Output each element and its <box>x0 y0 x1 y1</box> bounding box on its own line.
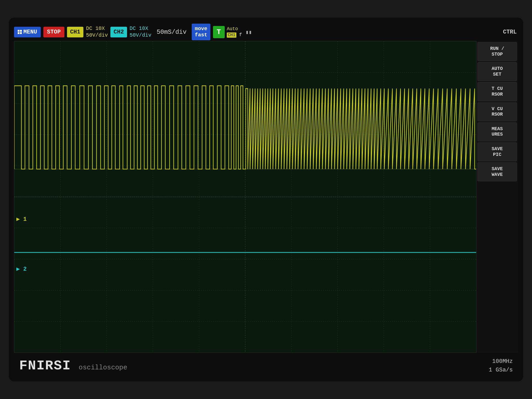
trigger-mode: Auto <box>227 26 238 31</box>
ch2-mode: DC 10X <box>130 25 151 32</box>
run-stop-button[interactable]: RUN / STOP <box>477 42 517 61</box>
battery-icon: ▮▮ <box>245 29 252 35</box>
trigger-button[interactable]: T <box>213 26 225 38</box>
brand-area: FNIRSI oscilloscope <box>19 358 127 374</box>
spec-frequency: 100MHz <box>489 357 513 366</box>
measures-label-1: MEAS <box>480 126 515 132</box>
ch2-label: CH2 <box>114 29 124 35</box>
stop-label: STOP <box>47 29 61 35</box>
menu-button[interactable]: MENU <box>14 27 41 37</box>
ch1-mode: DC 10X <box>86 25 108 32</box>
spec-rate: 1 GSa/s <box>489 366 513 374</box>
ch2-scale: 50V/div <box>130 32 151 39</box>
ch1-info: DC 10X 50V/div <box>86 25 108 39</box>
specs-area: 100MHz 1 GSa/s <box>489 357 513 374</box>
brand-name: FNIRSI <box>19 358 71 374</box>
save-wave-label-2: WAVE <box>480 172 515 178</box>
ch2-button[interactable]: CH2 <box>110 27 127 37</box>
trigger-section: T Auto CH1 f <box>213 26 242 38</box>
t-cursor-label-1: T CU <box>480 86 515 92</box>
measures-label-2: URES <box>480 132 515 137</box>
auto-set-label-2: SET <box>480 72 515 77</box>
menu-label: MENU <box>23 29 37 35</box>
t-cursor-button[interactable]: T CU RSOR <box>477 82 517 101</box>
save-wave-label-1: SAVE <box>480 166 515 172</box>
ctrl-label: CTRL <box>503 29 518 35</box>
auto-set-button[interactable]: AUTO SET <box>477 62 517 81</box>
auto-set-label-1: AUTO <box>480 66 515 72</box>
save-pic-label-1: SAVE <box>480 146 515 152</box>
scope-screen: ▶ 1 ▶ 2 <box>14 41 476 353</box>
ch2-info: DC 10X 50V/div <box>130 25 151 39</box>
waveform-display <box>14 41 476 353</box>
v-cursor-button[interactable]: V CU RSOR <box>477 102 517 121</box>
time-div-display: 50mS/div <box>154 29 189 36</box>
v-cursor-label-2: RSOR <box>480 112 515 117</box>
t-cursor-label-2: RSOR <box>480 92 515 97</box>
menu-grid-icon <box>18 30 22 34</box>
bottom-bar: FNIRSI oscilloscope 100MHz 1 GSa/s <box>14 353 518 379</box>
brand-subtitle: oscilloscope <box>79 364 127 371</box>
trigger-symbol: f <box>239 32 242 37</box>
ch1-trigger-arrow: ▶ 1 <box>16 216 27 223</box>
trigger-info: Auto CH1 f <box>227 26 242 38</box>
oscilloscope-frame: MENU STOP CH1 DC 10X 50V/div CH2 DC 10X … <box>9 18 523 381</box>
save-pic-button[interactable]: SAVE PIC <box>477 142 517 161</box>
move-fast-button[interactable]: move fast <box>192 24 210 40</box>
run-stop-label-2: STOP <box>480 52 515 57</box>
trigger-ch-badge: CH1 <box>227 32 236 38</box>
main-area: ▶ 1 ▶ 2 RUN / STOP AUTO SET T CU RSOR V … <box>14 41 518 353</box>
run-stop-label-1: RUN / <box>480 46 515 52</box>
trigger-t-label: T <box>217 28 221 36</box>
ch2-trigger-arrow: ▶ 2 <box>16 265 27 272</box>
right-sidebar: RUN / STOP AUTO SET T CU RSOR V CU RSOR … <box>476 41 518 353</box>
save-wave-button[interactable]: SAVE WAVE <box>477 162 517 181</box>
stop-button[interactable]: STOP <box>43 27 64 37</box>
ch1-scale: 50V/div <box>86 32 108 39</box>
ch1-button[interactable]: CH1 <box>67 27 84 37</box>
save-pic-label-2: PIC <box>480 152 515 158</box>
move-label-line2: fast <box>195 32 207 38</box>
v-cursor-label-1: V CU <box>480 106 515 112</box>
ch1-label: CH1 <box>70 29 81 35</box>
move-label-line1: move <box>195 26 207 32</box>
measures-button[interactable]: MEAS URES <box>477 122 517 141</box>
toolbar: MENU STOP CH1 DC 10X 50V/div CH2 DC 10X … <box>14 23 518 41</box>
